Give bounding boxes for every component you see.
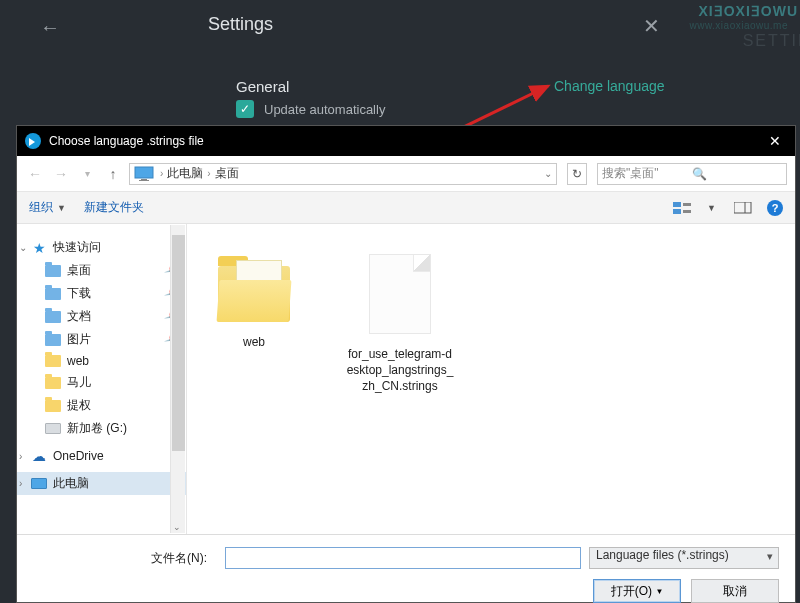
- section-general: General: [236, 78, 289, 95]
- dialog-close-button[interactable]: ✕: [763, 133, 787, 149]
- pc-icon: [134, 166, 156, 182]
- sidebar-item-maer[interactable]: 马儿: [17, 371, 186, 394]
- back-button[interactable]: ←: [40, 16, 60, 39]
- crumb-sep-icon: ›: [207, 168, 210, 179]
- watermark-brand: XIƎOXIƎOWU: [698, 3, 798, 19]
- file-dialog: Choose language .strings file ✕ ← → ▾ ↑ …: [16, 125, 796, 603]
- nav-back-button[interactable]: ←: [25, 166, 45, 182]
- sidebar-this-pc[interactable]: ›此电脑: [17, 472, 186, 495]
- caret-icon: ⌄: [19, 242, 27, 253]
- svg-rect-4: [139, 180, 149, 181]
- search-placeholder: 搜索"桌面": [602, 165, 692, 182]
- svg-rect-7: [683, 203, 691, 206]
- refresh-button[interactable]: ↻: [567, 163, 587, 185]
- sidebar-item-tiquan[interactable]: 提权: [17, 394, 186, 417]
- file-label: web: [199, 334, 309, 350]
- new-folder-button[interactable]: 新建文件夹: [84, 199, 144, 216]
- sidebar-item-pictures[interactable]: 图片📌: [17, 328, 186, 351]
- view-dropdown-icon[interactable]: ▼: [707, 203, 719, 213]
- sidebar-item-documents[interactable]: 文档📌: [17, 305, 186, 328]
- side-label: SETTING: [743, 32, 800, 50]
- close-settings-button[interactable]: ✕: [643, 14, 660, 38]
- star-icon: ★: [31, 241, 47, 255]
- nav-up-button[interactable]: ↑: [103, 166, 123, 182]
- breadcrumb[interactable]: › 此电脑 › 桌面 ⌄: [129, 163, 557, 185]
- preview-pane-button[interactable]: [729, 199, 757, 217]
- watermark-url: www.xiaoxiaowu.me: [689, 20, 788, 31]
- caret-icon: ›: [19, 451, 22, 462]
- file-item-strings[interactable]: for_use_telegram-desktop_langstrings_zh_…: [345, 240, 455, 395]
- change-language-link[interactable]: Change language: [554, 78, 665, 94]
- caret-icon: ›: [19, 478, 22, 489]
- sidebar-onedrive[interactable]: ›☁OneDrive: [17, 446, 186, 466]
- file-item-folder[interactable]: web: [199, 240, 309, 350]
- svg-rect-9: [734, 202, 751, 213]
- svg-rect-8: [683, 210, 691, 213]
- files-pane: web for_use_telegram-desktop_langstrings…: [187, 224, 795, 534]
- sidebar-quick-access[interactable]: ⌄★快速访问: [17, 236, 186, 259]
- sidebar-scrollbar[interactable]: ⌄: [170, 225, 185, 533]
- cloud-icon: ☁: [31, 449, 47, 463]
- help-icon[interactable]: ?: [767, 200, 783, 216]
- nav-forward-button[interactable]: →: [51, 166, 71, 182]
- dialog-title: Choose language .strings file: [49, 134, 763, 148]
- file-label: for_use_telegram-desktop_langstrings_zh_…: [345, 346, 455, 395]
- dialog-titlebar: Choose language .strings file ✕: [17, 126, 795, 156]
- document-icon: [369, 254, 431, 334]
- filename-input[interactable]: [225, 547, 581, 569]
- update-auto-checkbox[interactable]: ✓: [236, 100, 254, 118]
- filename-label: 文件名(N):: [33, 550, 217, 567]
- cancel-button[interactable]: 取消: [691, 579, 779, 603]
- update-auto-label: Update automatically: [264, 102, 385, 117]
- crumb-root[interactable]: 此电脑: [167, 165, 203, 182]
- svg-rect-5: [673, 202, 681, 207]
- crumb-folder[interactable]: 桌面: [215, 165, 239, 182]
- crumb-dropdown-icon[interactable]: ⌄: [544, 168, 552, 179]
- monitor-icon: [31, 478, 47, 489]
- filetype-select[interactable]: Language files (*.strings): [589, 547, 779, 569]
- app-icon: [25, 133, 41, 149]
- open-button[interactable]: 打开(O) ▼: [593, 579, 681, 603]
- sidebar-item-drive-g[interactable]: 新加卷 (G:): [17, 417, 186, 440]
- sidebar: ⌄★快速访问 桌面📌 下载📌 文档📌 图片📌 web 马儿 提权 新加卷 (G:…: [17, 224, 187, 534]
- nav-recent-dropdown[interactable]: ▾: [77, 168, 97, 179]
- search-icon: 🔍: [692, 167, 782, 181]
- svg-rect-2: [135, 167, 153, 178]
- folder-icon: [218, 266, 290, 322]
- sidebar-item-web[interactable]: web: [17, 351, 186, 371]
- settings-title: Settings: [208, 14, 273, 35]
- organize-menu[interactable]: 组织▼: [29, 199, 66, 216]
- sidebar-item-desktop[interactable]: 桌面📌: [17, 259, 186, 282]
- svg-rect-6: [673, 209, 681, 214]
- view-mode-button[interactable]: [669, 199, 697, 217]
- svg-rect-3: [141, 179, 147, 180]
- crumb-sep-icon: ›: [160, 168, 163, 179]
- search-input[interactable]: 搜索"桌面" 🔍: [597, 163, 787, 185]
- sidebar-item-downloads[interactable]: 下载📌: [17, 282, 186, 305]
